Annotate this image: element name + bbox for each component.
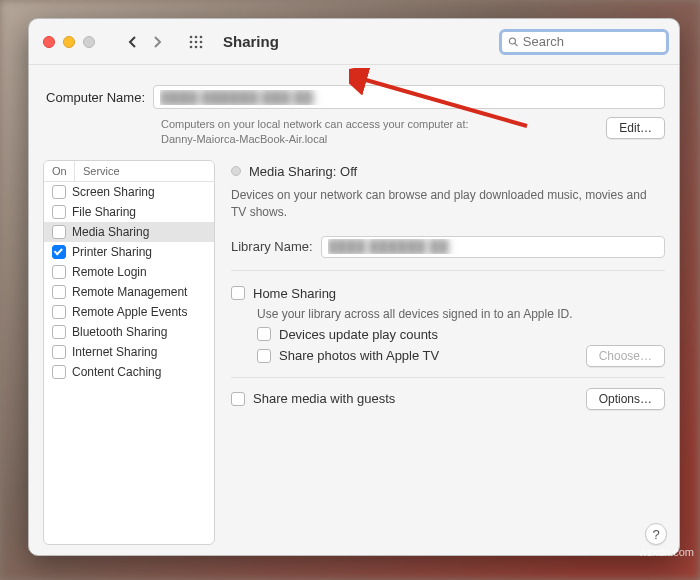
titlebar: Sharing [29,19,679,65]
computer-name-row: Computer Name: [43,85,665,109]
share-photos-label: Share photos with Apple TV [279,348,439,363]
service-checkbox[interactable] [52,325,66,339]
history-nav [121,28,169,56]
service-checkbox[interactable] [52,245,66,259]
devices-update-row[interactable]: Devices update play counts [257,324,665,345]
share-photos-row[interactable]: Share photos with Apple TV [257,345,586,366]
sidebar-item[interactable]: Bluetooth Sharing [44,322,214,342]
service-label: Remote Apple Events [72,305,208,319]
detail-pane: Media Sharing: Off Devices on your netwo… [229,160,665,545]
share-photos-checkbox[interactable] [257,349,271,363]
search-field[interactable] [499,29,669,55]
service-label: Printer Sharing [72,245,208,259]
status-dot-icon [231,166,241,176]
search-input[interactable] [523,34,660,49]
prefs-window: Sharing Computer Name: Computers on your… [28,18,680,556]
sidebar-item[interactable]: Internet Sharing [44,342,214,362]
svg-line-10 [515,43,518,46]
svg-point-9 [509,37,515,43]
service-checkbox[interactable] [52,265,66,279]
svg-point-2 [200,35,203,38]
home-sharing-checkbox[interactable] [231,286,245,300]
edit-button[interactable]: Edit… [606,117,665,139]
sidebar-item[interactable]: Printer Sharing [44,242,214,262]
back-button[interactable] [121,28,143,56]
watermark: wsxdn.com [639,546,694,558]
service-label: Remote Login [72,265,208,279]
options-button[interactable]: Options… [586,388,665,410]
choose-button[interactable]: Choose… [586,345,665,367]
service-label: Media Sharing [72,225,208,239]
status-label: Media Sharing: Off [249,164,357,179]
home-sharing-hint: Use your library across all devices sign… [257,304,665,324]
library-name-row: Library Name: [231,236,665,258]
devices-update-checkbox[interactable] [257,327,271,341]
minimize-icon[interactable] [63,36,75,48]
status-description: Devices on your network can browse and p… [231,187,665,222]
sidebar-item[interactable]: Remote Apple Events [44,302,214,322]
zoom-icon[interactable] [83,36,95,48]
service-label: Remote Management [72,285,208,299]
sidebar-item[interactable]: Content Caching [44,362,214,382]
service-checkbox[interactable] [52,185,66,199]
share-guests-label: Share media with guests [253,391,395,406]
content: Computer Name: Computers on your local n… [29,65,679,555]
close-icon[interactable] [43,36,55,48]
home-sharing-row[interactable]: Home Sharing [231,283,665,304]
computer-name-hint: Computers on your local network can acce… [43,117,665,148]
library-name-label: Library Name: [231,239,313,254]
svg-point-1 [195,35,198,38]
service-checkbox[interactable] [52,305,66,319]
svg-point-4 [195,40,198,43]
forward-button[interactable] [147,28,169,56]
service-label: Internet Sharing [72,345,208,359]
on-header: On [44,161,74,181]
service-label: Bluetooth Sharing [72,325,208,339]
sidebar-item[interactable]: Remote Login [44,262,214,282]
sidebar-item[interactable]: Remote Management [44,282,214,302]
status-row: Media Sharing: Off [231,164,665,179]
share-guests-checkbox[interactable] [231,392,245,406]
traffic-lights [43,36,95,48]
sidebar-item[interactable]: Screen Sharing [44,182,214,202]
svg-point-0 [190,35,193,38]
computer-name-input[interactable] [153,85,665,109]
service-header: Service [74,161,214,181]
svg-point-3 [190,40,193,43]
divider [231,270,665,271]
home-sharing-label: Home Sharing [253,286,336,301]
sidebar-item[interactable]: Media Sharing [44,222,214,242]
service-checkbox[interactable] [52,345,66,359]
home-sharing-group: Home Sharing Use your library across all… [231,283,665,367]
share-guests-row[interactable]: Share media with guests [231,388,586,409]
sidebar-item[interactable]: File Sharing [44,202,214,222]
service-checkbox[interactable] [52,365,66,379]
service-label: Screen Sharing [72,185,208,199]
svg-point-7 [195,45,198,48]
service-label: Content Caching [72,365,208,379]
service-checkbox[interactable] [52,205,66,219]
show-all-icon[interactable] [187,33,205,51]
svg-point-8 [200,45,203,48]
service-label: File Sharing [72,205,208,219]
services-table: On Service Screen SharingFile SharingMed… [43,160,215,545]
computer-name-label: Computer Name: [43,90,153,105]
svg-point-5 [200,40,203,43]
help-button[interactable]: ? [645,523,667,545]
lower-pane: On Service Screen SharingFile SharingMed… [43,160,665,545]
search-icon [508,36,519,48]
divider [231,377,665,378]
hint-line1: Computers on your local network can acce… [161,118,469,130]
devices-update-label: Devices update play counts [279,327,438,342]
svg-point-6 [190,45,193,48]
hint-line2: Danny-Maiorca-MacBook-Air.local [161,133,327,145]
page-title: Sharing [223,33,279,50]
service-checkbox[interactable] [52,285,66,299]
library-name-input[interactable] [321,236,665,258]
service-checkbox[interactable] [52,225,66,239]
